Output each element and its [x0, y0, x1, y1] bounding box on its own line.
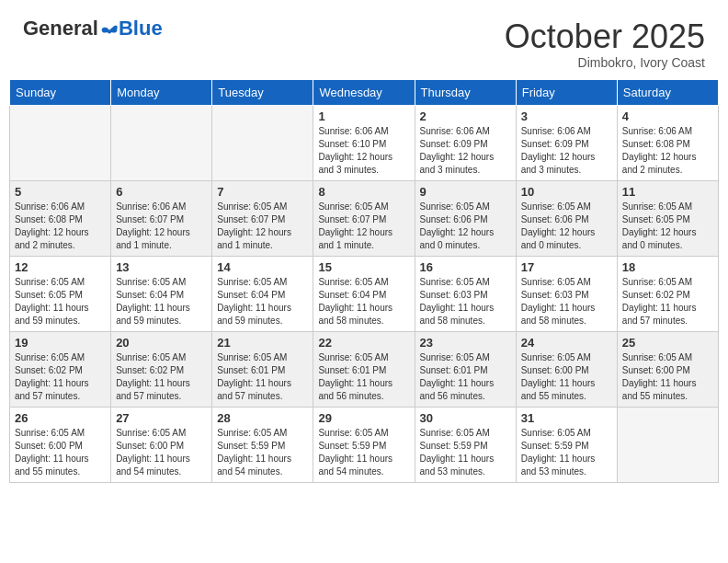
day-number: 26	[15, 411, 106, 425]
calendar-day-cell: 28Sunrise: 6:05 AM Sunset: 5:59 PM Dayli…	[212, 407, 313, 482]
calendar-day-cell: 6Sunrise: 6:06 AM Sunset: 6:07 PM Daylig…	[111, 180, 212, 256]
weekday-header-tuesday: Tuesday	[212, 79, 313, 105]
day-info: Sunrise: 6:05 AM Sunset: 6:01 PM Dayligh…	[318, 351, 409, 403]
day-info: Sunrise: 6:05 AM Sunset: 5:59 PM Dayligh…	[521, 427, 612, 478]
title-block: October 2025 Dimbokro, Ivory Coast	[505, 18, 705, 70]
day-number: 22	[318, 336, 409, 350]
day-info: Sunrise: 6:05 AM Sunset: 6:03 PM Dayligh…	[420, 276, 511, 327]
calendar-day-cell: 25Sunrise: 6:05 AM Sunset: 6:00 PM Dayli…	[617, 331, 718, 407]
day-info: Sunrise: 6:05 AM Sunset: 6:00 PM Dayligh…	[521, 351, 612, 403]
day-number: 4	[622, 109, 713, 123]
page-header: General Blue October 2025 Dimbokro, Ivor…	[9, 9, 719, 75]
day-number: 2	[420, 109, 511, 123]
day-info: Sunrise: 6:05 AM Sunset: 6:00 PM Dayligh…	[116, 427, 207, 478]
calendar-day-cell	[10, 105, 111, 180]
day-info: Sunrise: 6:05 AM Sunset: 6:00 PM Dayligh…	[15, 427, 106, 478]
day-info: Sunrise: 6:06 AM Sunset: 6:07 PM Dayligh…	[116, 201, 207, 252]
weekday-header-friday: Friday	[516, 79, 617, 105]
calendar-day-cell: 12Sunrise: 6:05 AM Sunset: 6:05 PM Dayli…	[10, 256, 111, 331]
day-info: Sunrise: 6:05 AM Sunset: 6:04 PM Dayligh…	[217, 276, 308, 327]
day-number: 14	[217, 260, 308, 274]
day-info: Sunrise: 6:05 AM Sunset: 6:03 PM Dayligh…	[521, 276, 612, 327]
day-info: Sunrise: 6:05 AM Sunset: 6:04 PM Dayligh…	[116, 276, 207, 327]
day-info: Sunrise: 6:06 AM Sunset: 6:08 PM Dayligh…	[15, 201, 106, 252]
calendar-day-cell: 13Sunrise: 6:05 AM Sunset: 6:04 PM Dayli…	[111, 256, 212, 331]
day-info: Sunrise: 6:06 AM Sunset: 6:09 PM Dayligh…	[420, 125, 511, 177]
weekday-header-sunday: Sunday	[10, 79, 111, 105]
day-number: 18	[622, 260, 713, 274]
day-number: 24	[521, 336, 612, 350]
calendar-day-cell: 7Sunrise: 6:05 AM Sunset: 6:07 PM Daylig…	[212, 180, 313, 256]
day-info: Sunrise: 6:06 AM Sunset: 6:08 PM Dayligh…	[622, 125, 713, 177]
calendar-week-row: 5Sunrise: 6:06 AM Sunset: 6:08 PM Daylig…	[10, 180, 719, 256]
day-info: Sunrise: 6:05 AM Sunset: 5:59 PM Dayligh…	[318, 427, 409, 478]
day-info: Sunrise: 6:05 AM Sunset: 5:59 PM Dayligh…	[217, 427, 308, 478]
day-number: 5	[15, 185, 106, 199]
calendar-day-cell: 1Sunrise: 6:06 AM Sunset: 6:10 PM Daylig…	[313, 105, 415, 180]
calendar-day-cell: 5Sunrise: 6:06 AM Sunset: 6:08 PM Daylig…	[10, 180, 111, 256]
day-number: 11	[622, 185, 713, 199]
day-info: Sunrise: 6:06 AM Sunset: 6:10 PM Dayligh…	[318, 125, 409, 177]
calendar-day-cell: 27Sunrise: 6:05 AM Sunset: 6:00 PM Dayli…	[111, 407, 212, 482]
calendar-day-cell: 18Sunrise: 6:05 AM Sunset: 6:02 PM Dayli…	[617, 256, 718, 331]
day-number: 7	[217, 185, 308, 199]
day-info: Sunrise: 6:05 AM Sunset: 6:07 PM Dayligh…	[318, 201, 409, 252]
calendar-week-row: 26Sunrise: 6:05 AM Sunset: 6:00 PM Dayli…	[10, 407, 719, 482]
calendar-day-cell: 19Sunrise: 6:05 AM Sunset: 6:02 PM Dayli…	[10, 331, 111, 407]
day-number: 8	[318, 185, 409, 199]
logo-blue-text: Blue	[119, 18, 163, 39]
day-info: Sunrise: 6:05 AM Sunset: 6:00 PM Dayligh…	[622, 351, 713, 403]
day-number: 28	[217, 411, 308, 425]
day-info: Sunrise: 6:05 AM Sunset: 6:06 PM Dayligh…	[420, 201, 511, 252]
day-info: Sunrise: 6:05 AM Sunset: 6:07 PM Dayligh…	[217, 201, 308, 252]
calendar-day-cell: 23Sunrise: 6:05 AM Sunset: 6:01 PM Dayli…	[415, 331, 516, 407]
day-number: 27	[116, 411, 207, 425]
day-info: Sunrise: 6:05 AM Sunset: 6:05 PM Dayligh…	[622, 201, 713, 252]
weekday-header-row: SundayMondayTuesdayWednesdayThursdayFrid…	[10, 79, 719, 105]
calendar-day-cell: 30Sunrise: 6:05 AM Sunset: 5:59 PM Dayli…	[415, 407, 516, 482]
calendar-day-cell: 24Sunrise: 6:05 AM Sunset: 6:00 PM Dayli…	[516, 331, 617, 407]
calendar-day-cell: 20Sunrise: 6:05 AM Sunset: 6:02 PM Dayli…	[111, 331, 212, 407]
day-info: Sunrise: 6:05 AM Sunset: 6:02 PM Dayligh…	[116, 351, 207, 403]
calendar-day-cell: 9Sunrise: 6:05 AM Sunset: 6:06 PM Daylig…	[415, 180, 516, 256]
day-number: 15	[318, 260, 409, 274]
day-number: 9	[420, 185, 511, 199]
day-info: Sunrise: 6:05 AM Sunset: 6:01 PM Dayligh…	[217, 351, 308, 403]
calendar-day-cell: 17Sunrise: 6:05 AM Sunset: 6:03 PM Dayli…	[516, 256, 617, 331]
calendar-day-cell: 26Sunrise: 6:05 AM Sunset: 6:00 PM Dayli…	[10, 407, 111, 482]
calendar-day-cell: 8Sunrise: 6:05 AM Sunset: 6:07 PM Daylig…	[313, 180, 415, 256]
calendar-day-cell: 31Sunrise: 6:05 AM Sunset: 5:59 PM Dayli…	[516, 407, 617, 482]
location-text: Dimbokro, Ivory Coast	[505, 55, 705, 70]
day-info: Sunrise: 6:05 AM Sunset: 6:02 PM Dayligh…	[15, 351, 106, 403]
day-info: Sunrise: 6:05 AM Sunset: 5:59 PM Dayligh…	[420, 427, 511, 478]
day-number: 13	[116, 260, 207, 274]
calendar-day-cell: 3Sunrise: 6:06 AM Sunset: 6:09 PM Daylig…	[516, 105, 617, 180]
day-number: 6	[116, 185, 207, 199]
calendar-day-cell: 10Sunrise: 6:05 AM Sunset: 6:06 PM Dayli…	[516, 180, 617, 256]
day-number: 3	[521, 109, 612, 123]
logo-general-text: General	[23, 18, 98, 39]
calendar-day-cell: 15Sunrise: 6:05 AM Sunset: 6:04 PM Dayli…	[313, 256, 415, 331]
calendar-day-cell: 21Sunrise: 6:05 AM Sunset: 6:01 PM Dayli…	[212, 331, 313, 407]
day-number: 29	[318, 411, 409, 425]
calendar-week-row: 12Sunrise: 6:05 AM Sunset: 6:05 PM Dayli…	[10, 256, 719, 331]
day-number: 23	[420, 336, 511, 350]
calendar-day-cell: 4Sunrise: 6:06 AM Sunset: 6:08 PM Daylig…	[617, 105, 718, 180]
weekday-header-thursday: Thursday	[415, 79, 516, 105]
day-info: Sunrise: 6:06 AM Sunset: 6:09 PM Dayligh…	[521, 125, 612, 177]
day-number: 1	[318, 109, 409, 123]
day-number: 25	[622, 336, 713, 350]
calendar-day-cell: 22Sunrise: 6:05 AM Sunset: 6:01 PM Dayli…	[313, 331, 415, 407]
weekday-header-saturday: Saturday	[617, 79, 718, 105]
logo: General Blue	[23, 18, 163, 39]
day-info: Sunrise: 6:05 AM Sunset: 6:04 PM Dayligh…	[318, 276, 409, 327]
day-info: Sunrise: 6:05 AM Sunset: 6:02 PM Dayligh…	[622, 276, 713, 327]
calendar-table: SundayMondayTuesdayWednesdayThursdayFrid…	[9, 79, 719, 483]
day-number: 19	[15, 336, 106, 350]
calendar-day-cell: 2Sunrise: 6:06 AM Sunset: 6:09 PM Daylig…	[415, 105, 516, 180]
calendar-week-row: 1Sunrise: 6:06 AM Sunset: 6:10 PM Daylig…	[10, 105, 719, 180]
day-number: 31	[521, 411, 612, 425]
day-number: 30	[420, 411, 511, 425]
day-number: 16	[420, 260, 511, 274]
day-info: Sunrise: 6:05 AM Sunset: 6:05 PM Dayligh…	[15, 276, 106, 327]
